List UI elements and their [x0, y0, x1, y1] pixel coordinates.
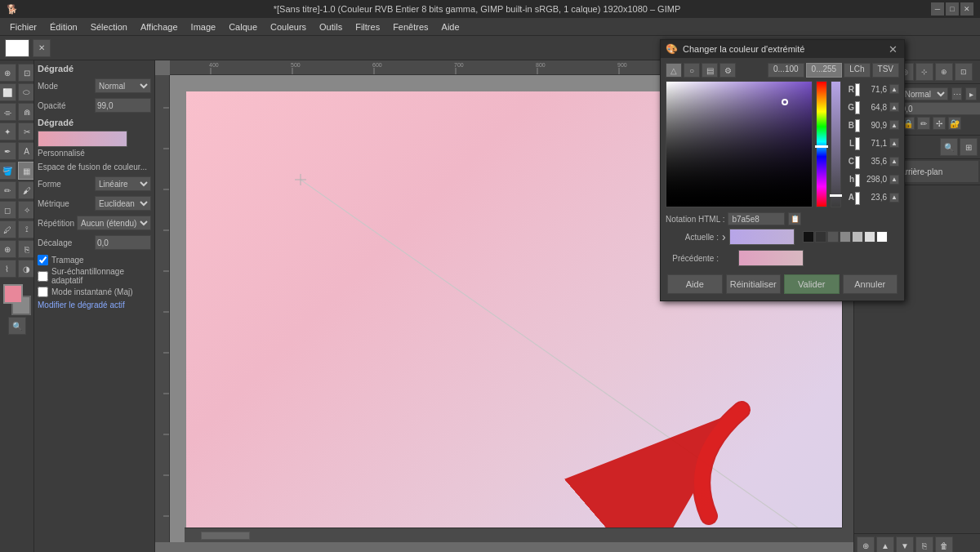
swatch-black[interactable]	[803, 231, 814, 243]
repeat-select[interactable]: Aucun (étendu)	[77, 216, 151, 230]
maximize-button[interactable]: □	[946, 2, 959, 16]
menu-edition[interactable]: Édition	[43, 20, 84, 33]
color-compare-arrow[interactable]: ›	[722, 230, 726, 243]
tool-zoom[interactable]: 🔍	[8, 317, 26, 335]
adaptive-checkbox[interactable]	[38, 271, 48, 282]
tool-gradient[interactable]: ▦	[18, 162, 35, 180]
slider-a-up[interactable]: ▲	[889, 193, 899, 203]
blendspace-label[interactable]: Espace de fusion de couleur...	[38, 162, 147, 171]
slider-r-up[interactable]: ▲	[889, 84, 899, 94]
slider-g-track[interactable]	[857, 102, 858, 112]
html-copy-button[interactable]: 📋	[788, 212, 801, 225]
slider-c-up[interactable]: ▲	[889, 157, 899, 167]
tool-rect-select[interactable]: ⬜	[0, 83, 16, 101]
tool-pencil[interactable]: ✏	[0, 181, 16, 199]
slider-h-up[interactable]: ▲	[889, 175, 899, 185]
tool-smudge[interactable]: ⌇	[0, 260, 16, 278]
reset-button[interactable]: Réinitialiser	[726, 274, 782, 294]
hue-bar[interactable]	[816, 81, 826, 207]
tool-scissors[interactable]: ✂	[18, 122, 35, 140]
menu-filtres[interactable]: Filtres	[349, 20, 386, 33]
swatch-white[interactable]	[876, 231, 888, 243]
toolbar-close-btn[interactable]: ✕	[33, 39, 51, 57]
menu-selection[interactable]: Sélection	[84, 20, 134, 33]
slider-c-track[interactable]	[857, 157, 858, 167]
layer-mode-arrow[interactable]: ▸	[965, 87, 977, 100]
menu-calque[interactable]: Calque	[222, 20, 264, 33]
tool-paths[interactable]: ✒	[0, 142, 16, 160]
cancel-button[interactable]: Annuler	[843, 274, 898, 294]
tool-ellipse-select[interactable]: ⬭	[18, 83, 35, 101]
levels-btn[interactable]: ⊞	[960, 138, 978, 156]
instant-checkbox[interactable]	[38, 287, 48, 297]
tool-heal[interactable]: ⊕	[0, 240, 16, 258]
tool-free-select[interactable]: ⌯	[0, 103, 16, 121]
slider-b-track[interactable]	[857, 120, 858, 130]
range-0-255[interactable]: 0...255	[806, 63, 843, 78]
tool-clone[interactable]: ⎘	[18, 240, 35, 258]
mode-select[interactable]: Normal	[95, 78, 151, 93]
swatch-dark[interactable]	[815, 231, 826, 243]
tool-text[interactable]: A	[18, 142, 35, 160]
swatch-gray[interactable]	[840, 231, 851, 243]
color-current-box[interactable]	[729, 229, 795, 245]
dithering-checkbox[interactable]	[38, 255, 48, 265]
metric-select[interactable]: Euclidean	[95, 196, 151, 211]
close-button[interactable]: ✕	[960, 2, 973, 16]
slider-l-up[interactable]: ▲	[889, 138, 899, 148]
layer-delete-btn[interactable]: 🗑	[935, 536, 953, 552]
color-tab-triangle[interactable]: △	[666, 63, 682, 78]
tool-dodge[interactable]: ◑	[18, 260, 35, 278]
color-dialog-close[interactable]: ✕	[886, 42, 899, 56]
menu-fenetres[interactable]: Fenêtres	[386, 20, 434, 33]
layer-add-btn[interactable]: ⊕	[857, 536, 875, 552]
tool-ink[interactable]: 🖊	[0, 220, 16, 238]
color-tab-gear[interactable]: ⚙	[719, 63, 736, 78]
color-tab-palette[interactable]: ▤	[702, 63, 718, 78]
swatch-medium[interactable]	[827, 231, 839, 243]
swatch-lighter[interactable]	[864, 231, 875, 243]
menu-couleurs[interactable]: Couleurs	[264, 20, 313, 33]
tool-pointer[interactable]: ⊡	[18, 64, 35, 82]
layer-mode-extra[interactable]: ⋯	[951, 87, 963, 100]
offset-input[interactable]	[95, 235, 151, 250]
menu-affichage[interactable]: Affichage	[134, 20, 185, 33]
gradient-preview[interactable]	[38, 131, 127, 147]
hscroll-thumb[interactable]	[201, 532, 250, 540]
foreground-color-btn[interactable]	[3, 284, 23, 304]
layer-mode-select[interactable]: Normal	[898, 87, 948, 100]
layer-lower-btn[interactable]: ▼	[896, 536, 914, 552]
swatch-light[interactable]	[852, 231, 863, 243]
color-spectrum[interactable]	[666, 81, 813, 207]
modify-gradient-link[interactable]: Modifier le dégradé actif	[38, 300, 151, 309]
form-select[interactable]: Linéaire	[95, 176, 151, 191]
tool-fuzzy-select[interactable]: ⋒	[18, 103, 35, 121]
tool-brush[interactable]: 🖌	[18, 181, 35, 199]
tool-eraser[interactable]: ◻	[0, 201, 16, 219]
right-tab-4[interactable]: ⊹	[915, 63, 933, 81]
layer-duplicate-btn[interactable]: ⎘	[915, 536, 933, 552]
tool-color-select[interactable]: ✦	[0, 122, 16, 140]
tool-bucket[interactable]: 🪣	[0, 162, 16, 180]
menu-image[interactable]: Image	[185, 20, 223, 33]
menu-outils[interactable]: Outils	[313, 20, 349, 33]
slider-a-track[interactable]	[857, 193, 858, 203]
right-tab-5[interactable]: ⊕	[935, 63, 953, 81]
lock-move-btn[interactable]: ✢	[933, 117, 946, 130]
html-notation-input[interactable]	[728, 212, 785, 225]
alpha-bar-vertical[interactable]	[831, 81, 841, 207]
right-tab-6[interactable]: ⊡	[955, 63, 973, 81]
slider-g-up[interactable]: ▲	[889, 102, 899, 112]
color-tab-circle[interactable]: ○	[684, 63, 700, 78]
lock-all-btn[interactable]: 🔐	[948, 117, 961, 130]
minimize-button[interactable]: ─	[931, 2, 944, 16]
range-0-100[interactable]: 0...100	[768, 63, 804, 78]
help-button[interactable]: Aide	[667, 274, 723, 294]
slider-h-track[interactable]	[857, 175, 858, 185]
range-lch[interactable]: LCh	[844, 63, 870, 78]
canvas-hscroll[interactable]	[185, 528, 853, 542]
zoom-in-btn[interactable]: 🔍	[940, 138, 958, 156]
menu-aide[interactable]: Aide	[435, 20, 466, 33]
tool-airbrush[interactable]: ✧	[18, 201, 35, 219]
ok-button[interactable]: Valider	[784, 274, 840, 294]
